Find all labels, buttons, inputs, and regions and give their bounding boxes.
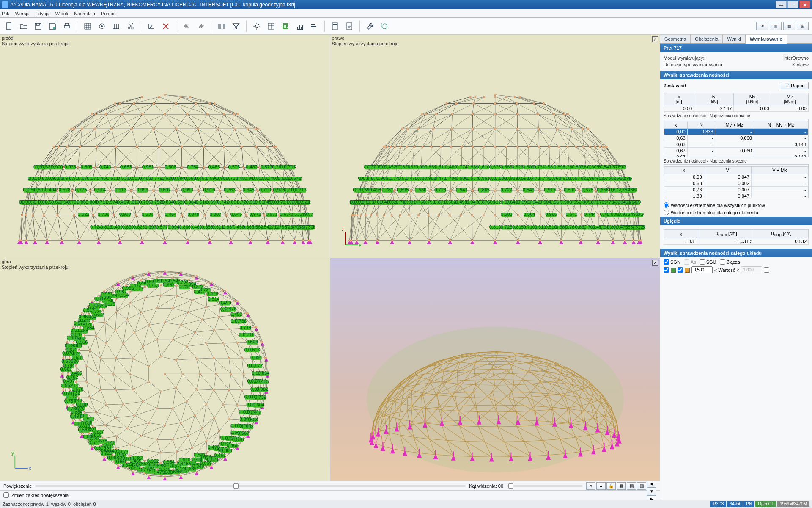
gear-icon[interactable] xyxy=(251,20,263,32)
svg-line-3174 xyxy=(145,295,161,298)
svg-point-2170 xyxy=(451,113,453,115)
svg-point-754 xyxy=(255,128,256,130)
svg-text:0,757: 0,757 xyxy=(64,398,76,403)
app-icon xyxy=(2,1,8,8)
nav-down-icon[interactable]: ▼ xyxy=(647,488,656,495)
redo-icon[interactable] xyxy=(195,20,207,32)
svg-point-3612 xyxy=(134,331,135,333)
viewport-top[interactable]: góra Stopień wykorzystania przekroju 0,5… xyxy=(0,258,330,481)
cut-icon[interactable] xyxy=(125,20,137,32)
grid-icon[interactable] xyxy=(82,20,93,32)
svg-point-2133 xyxy=(518,96,520,98)
view-layers-icon[interactable]: ▥ xyxy=(770,22,782,30)
check-sgn[interactable]: SGN xyxy=(664,259,680,265)
svg-line-3177 xyxy=(161,295,177,296)
viewport-grid: przód Stopień wykorzystania przekroju 0,… xyxy=(0,35,660,481)
view-render-icon[interactable]: ▦ xyxy=(783,22,795,30)
menu-wersja[interactable]: Wersja xyxy=(15,11,30,16)
nav-grid3-icon[interactable]: ▥ xyxy=(637,482,646,490)
close-button[interactable]: ✕ xyxy=(799,1,810,8)
report-icon[interactable] xyxy=(343,20,355,32)
svg-point-3804 xyxy=(81,433,82,435)
viewport-right[interactable]: prawo Stopień wykorzystania przekroju ⤢ … xyxy=(330,35,660,258)
svg-point-937 xyxy=(308,240,310,241)
zoom-slider[interactable] xyxy=(35,485,466,487)
open-file-icon[interactable] xyxy=(18,20,30,32)
axis-icon[interactable] xyxy=(145,20,157,32)
svg-line-1656 xyxy=(451,129,451,146)
normal-stress-table[interactable]: xNMy + MzN + My + Mz0,000,333--0,63-0,06… xyxy=(664,119,809,157)
svg-line-1588 xyxy=(517,129,539,146)
svg-text:0,618: 0,618 xyxy=(74,420,85,425)
calculator-icon[interactable] xyxy=(329,20,341,32)
radio-all-points[interactable]: Wartości ekstremalne dla wszystkich punk… xyxy=(664,202,809,208)
delete-icon[interactable] xyxy=(160,20,172,32)
menu-widok[interactable]: Widok xyxy=(55,11,69,16)
nav-right-icon[interactable]: ▶ xyxy=(647,495,656,500)
nav-grid2-icon[interactable]: ▤ xyxy=(627,482,636,490)
viewport-front[interactable]: przód Stopień wykorzystania przekroju 0,… xyxy=(0,35,330,258)
svg-point-3818 xyxy=(164,270,166,272)
chip-green-check[interactable] xyxy=(664,267,669,273)
levels-icon[interactable] xyxy=(308,20,320,32)
tab-wyniki[interactable]: Wyniki xyxy=(723,35,745,43)
undo-icon[interactable] xyxy=(181,20,192,32)
svg-point-920 xyxy=(25,240,27,241)
maximize-button[interactable]: □ xyxy=(787,1,798,8)
svg-line-186 xyxy=(67,129,82,146)
nav-lock-icon[interactable]: 🔒 xyxy=(606,482,616,490)
chip-extra-check[interactable] xyxy=(764,267,769,273)
nav-left-icon[interactable]: ◀ xyxy=(647,480,656,488)
menu-edycja[interactable]: Edycja xyxy=(36,11,49,16)
fov-slider[interactable] xyxy=(507,485,583,487)
svg-point-2339 xyxy=(449,214,450,216)
barcode-icon[interactable] xyxy=(216,20,228,32)
radio-whole-element[interactable]: Wartości ekstremalne dla całego elementu xyxy=(664,210,809,215)
save-as-icon[interactable] xyxy=(47,20,58,32)
print-icon[interactable] xyxy=(61,20,73,32)
columns-icon[interactable] xyxy=(110,20,122,32)
menu-narzedzia[interactable]: Narzędzia xyxy=(74,11,95,16)
svg-text:0,577: 0,577 xyxy=(466,176,478,181)
viewport-3d[interactable]: ⤢ xyxy=(330,258,660,481)
svg-line-2034 xyxy=(472,215,483,240)
snap-icon[interactable] xyxy=(96,20,108,32)
wrench-icon[interactable] xyxy=(364,20,376,32)
threshold-high-input[interactable] xyxy=(741,266,762,273)
tab-obciazenia[interactable]: Obciążenia xyxy=(691,35,723,43)
svg-point-3694 xyxy=(75,365,77,367)
nav-up-icon[interactable]: ▲ xyxy=(596,482,606,490)
view-wireframe-icon[interactable]: ⊞ xyxy=(797,22,809,30)
svg-point-2323 xyxy=(460,214,461,216)
shear-stress-table[interactable]: xVV + Mx0,000,047-0,630,002-0,760,007-1,… xyxy=(664,164,809,198)
svg-text:0,877: 0,877 xyxy=(261,164,272,169)
refresh-icon[interactable] xyxy=(379,20,390,32)
menu-plik[interactable]: Plik xyxy=(2,11,9,16)
svg-point-3777 xyxy=(144,273,145,275)
save-icon[interactable] xyxy=(32,20,44,32)
3d-icon[interactable]: 3D xyxy=(280,20,291,32)
view-eye-icon[interactable]: 👁 xyxy=(756,22,768,30)
tab-geometria[interactable]: Geometria xyxy=(660,35,691,43)
minimize-button[interactable]: — xyxy=(776,1,787,8)
menu-pomoc[interactable]: Pomoc xyxy=(101,11,115,16)
svg-line-3053 xyxy=(145,439,157,450)
check-zlacza[interactable]: Złącza xyxy=(720,259,740,265)
new-file-icon[interactable] xyxy=(3,20,15,32)
zoom-range-checkbox[interactable] xyxy=(3,492,9,498)
svg-line-2928 xyxy=(197,374,200,389)
nav-grid1-icon[interactable]: ▦ xyxy=(617,482,626,490)
report-button[interactable]: 📄 Raport xyxy=(781,82,809,89)
chart-icon[interactable] xyxy=(294,20,306,32)
filter-icon[interactable] xyxy=(230,20,242,32)
svg-line-3503 xyxy=(129,272,149,279)
tab-wymiarowanie[interactable]: Wymiarowanie xyxy=(746,35,787,44)
table-icon[interactable] xyxy=(265,20,277,32)
threshold-low-input[interactable] xyxy=(691,266,713,273)
svg-line-60 xyxy=(92,104,115,114)
check-sgu[interactable]: SGU xyxy=(700,259,716,265)
nav-x-icon[interactable]: ✕ xyxy=(586,482,595,490)
svg-point-882 xyxy=(43,214,44,216)
check-as[interactable]: As xyxy=(684,259,696,265)
chip-orange-check[interactable] xyxy=(678,267,683,273)
